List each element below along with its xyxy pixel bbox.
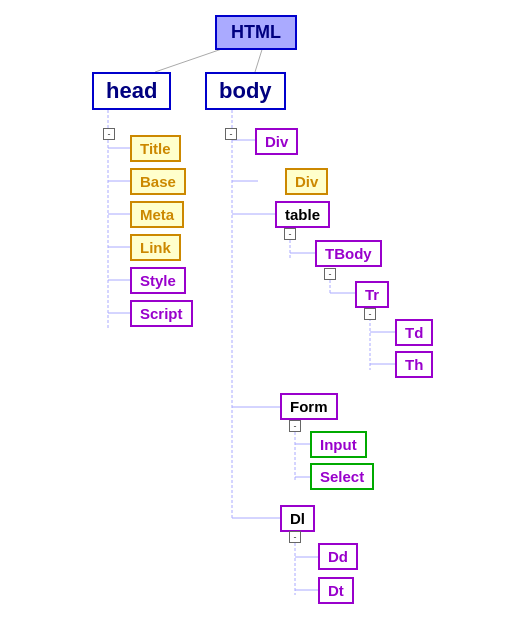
dl-collapse-btn[interactable]: - xyxy=(289,531,301,543)
meta-node: Meta xyxy=(130,201,184,228)
tbody-collapse-btn[interactable]: - xyxy=(324,268,336,280)
table-node: table xyxy=(275,201,330,228)
td-node: Td xyxy=(395,319,433,346)
dl-node: Dl xyxy=(280,505,315,532)
tbody-node: TBody xyxy=(315,240,382,267)
select-node: Select xyxy=(310,463,374,490)
form-node: Form xyxy=(280,393,338,420)
base-node: Base xyxy=(130,168,186,195)
head-collapse-btn[interactable]: - xyxy=(103,128,115,140)
table-collapse-btn[interactable]: - xyxy=(284,228,296,240)
script-node: Script xyxy=(130,300,193,327)
link-node: Link xyxy=(130,234,181,261)
tree-container: HTML head body - Title Base Meta Link St… xyxy=(0,0,517,629)
head-node: head xyxy=(92,72,171,110)
title-node: Title xyxy=(130,135,181,162)
html-node: HTML xyxy=(215,15,297,50)
tr-node: Tr xyxy=(355,281,389,308)
style-node: Style xyxy=(130,267,186,294)
body-node: body xyxy=(205,72,286,110)
tr-collapse-btn[interactable]: - xyxy=(364,308,376,320)
body-collapse-btn[interactable]: - xyxy=(225,128,237,140)
dt-node: Dt xyxy=(318,577,354,604)
input-node: Input xyxy=(310,431,367,458)
div1-node: Div xyxy=(255,128,298,155)
th-node: Th xyxy=(395,351,433,378)
div2-node: Div xyxy=(285,168,328,195)
dd-node: Dd xyxy=(318,543,358,570)
form-collapse-btn[interactable]: - xyxy=(289,420,301,432)
